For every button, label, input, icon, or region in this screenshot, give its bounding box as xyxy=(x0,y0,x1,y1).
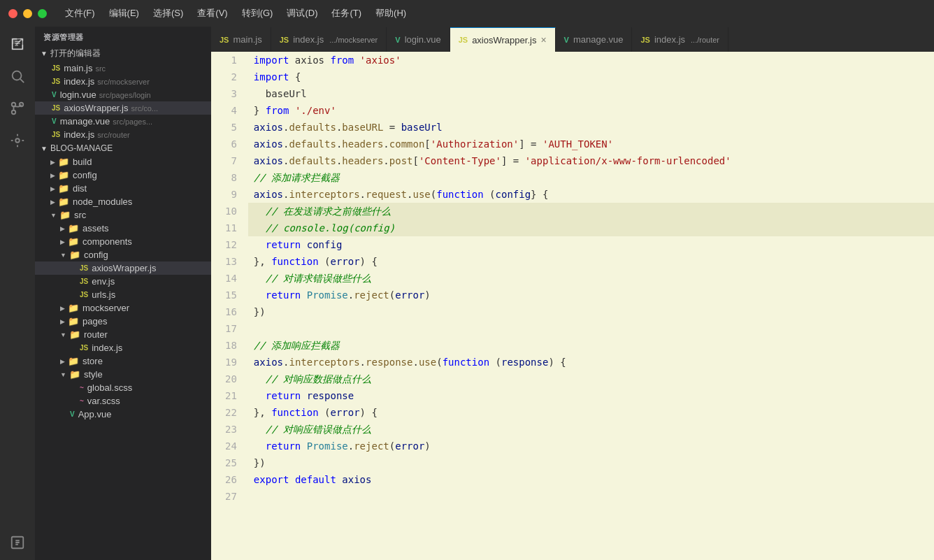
line-number: 5 xyxy=(225,119,237,136)
code-line: export default axios xyxy=(248,471,934,488)
minimize-button[interactable] xyxy=(23,9,32,18)
open-files-list: JS main.js src JS index.js src/mockserve… xyxy=(35,62,211,141)
editor-content[interactable]: 1234567891011121314151617181920212223242… xyxy=(211,52,934,560)
chevron-open-editors: ▼ xyxy=(41,50,48,57)
search-icon[interactable] xyxy=(6,64,29,88)
menu-item[interactable]: 帮助(H) xyxy=(370,6,412,21)
code-line: return Promise.reject(error) xyxy=(248,438,934,454)
menu-item[interactable]: 选择(S) xyxy=(148,6,189,21)
folder-item[interactable]: ▶ 📁 components xyxy=(35,235,211,248)
token-kw: import xyxy=(254,52,289,69)
token-obj: axios xyxy=(342,471,371,488)
menu-item[interactable]: 编辑(E) xyxy=(103,6,145,21)
menu-item[interactable]: 转到(G) xyxy=(236,6,279,21)
open-file-item[interactable]: V login.vue src/pages/login xyxy=(35,88,211,101)
file-label: manage.vue xyxy=(60,116,110,127)
open-editors-section[interactable]: ▼ 打开的编辑器 xyxy=(35,45,211,62)
code-line: baseUrl xyxy=(248,85,934,102)
folder-item[interactable]: ▶ 📁 pages xyxy=(35,315,211,328)
tab-axios[interactable]: JS axiosWrapper.js × xyxy=(450,27,556,52)
tab-login[interactable]: V login.vue xyxy=(387,27,450,52)
folder-item[interactable]: ▶ 📁 config xyxy=(35,168,211,182)
folder-label: style xyxy=(84,369,103,380)
explorer-icon[interactable] xyxy=(6,32,29,56)
token-bracket: } xyxy=(254,404,259,421)
token-comment: // console.log(config) xyxy=(254,220,395,236)
close-button[interactable] xyxy=(8,9,17,18)
file-label: index.js xyxy=(64,76,94,87)
line-number: 13 xyxy=(225,253,237,270)
source-control-icon[interactable] xyxy=(6,96,29,120)
folder-item[interactable]: ▶ 📁 store xyxy=(35,354,211,368)
line-number: 15 xyxy=(225,287,237,303)
file-item[interactable]: JS urls.js xyxy=(35,288,211,301)
token-bracket: } xyxy=(254,102,259,119)
folder-item[interactable]: ▶ 📁 node_modules xyxy=(35,195,211,208)
folder-item[interactable]: ▶ 📁 assets xyxy=(35,222,211,235)
file-label: env.js xyxy=(92,276,115,287)
open-file-item[interactable]: JS axiosWrapper.js src/co... xyxy=(35,101,211,115)
menu-item[interactable]: 查看(V) xyxy=(192,6,233,21)
svg-point-2 xyxy=(13,71,22,80)
token-param: config xyxy=(496,186,531,203)
token-prop: interceptors xyxy=(289,354,359,371)
token-method: request xyxy=(366,186,407,203)
folder-item[interactable]: ▶ 📁 mockserver xyxy=(35,301,211,315)
project-section[interactable]: ▼ BLOG-MANAGE xyxy=(35,141,211,155)
tab-index-mock[interactable]: JS index.js .../mockserver xyxy=(271,27,387,52)
file-label: App.vue xyxy=(78,409,112,419)
folder-item[interactable]: ▼ 📁 router xyxy=(35,328,211,341)
line-number: 25 xyxy=(225,454,237,471)
token-prop: defaults xyxy=(289,152,336,169)
folder-item[interactable]: ▼ 📁 style xyxy=(35,368,211,381)
tab-label: main.js xyxy=(233,34,261,45)
file-item[interactable]: JS env.js xyxy=(35,275,211,288)
token-str: 'axios' xyxy=(360,52,401,69)
folder-item[interactable]: ▼ 📁 config xyxy=(35,248,211,261)
folder-label: assets xyxy=(82,223,109,234)
file-item[interactable]: ~ var.scss xyxy=(35,394,211,408)
folder-item[interactable]: ▼ 📁 src xyxy=(35,208,211,222)
folder-item[interactable]: ▶ 📁 build xyxy=(35,155,211,168)
tab-manage[interactable]: V manage.vue xyxy=(556,27,633,52)
file-item[interactable]: V App.vue xyxy=(35,408,211,421)
token-obj: axios xyxy=(254,119,283,136)
file-label: axiosWrapper.js xyxy=(64,103,128,113)
folder-label: config xyxy=(73,170,97,180)
tab-close-icon[interactable]: × xyxy=(540,34,546,45)
tab-index-router[interactable]: JS index.js .../router xyxy=(632,27,728,52)
token-str: 'application/x-www-form-urlencoded' xyxy=(525,152,731,169)
token-kw: function xyxy=(271,404,318,421)
token-kw: return xyxy=(266,236,301,253)
code-line: }, function (error) { xyxy=(248,253,934,270)
menu-item[interactable]: 文件(F) xyxy=(59,6,101,21)
file-item[interactable]: ~ global.scss xyxy=(35,381,211,394)
open-file-item[interactable]: JS index.js src/mockserver xyxy=(35,75,211,88)
file-item[interactable]: JS axiosWrapper.js xyxy=(35,261,211,275)
code-line: // 对响应错误做点什么 xyxy=(248,421,934,438)
open-file-item[interactable]: V manage.vue src/pages... xyxy=(35,115,211,128)
extensions-icon[interactable] xyxy=(6,129,29,152)
open-file-item[interactable]: JS index.js src/router xyxy=(35,128,211,141)
debug-icon[interactable] xyxy=(6,531,29,554)
token-plain xyxy=(289,69,294,85)
token-kw: from xyxy=(330,52,354,69)
open-file-item[interactable]: JS main.js src xyxy=(35,62,211,75)
maximize-button[interactable] xyxy=(38,9,47,18)
token-plain xyxy=(301,438,306,454)
tab-main[interactable]: JS main.js xyxy=(211,27,271,52)
folder-item[interactable]: ▶ 📁 dist xyxy=(35,182,211,195)
menu-item[interactable]: 任务(T) xyxy=(326,6,367,21)
token-param: response xyxy=(307,387,354,404)
token-plain xyxy=(354,52,359,69)
menu-item[interactable]: 调试(D) xyxy=(281,6,323,21)
token-method: use xyxy=(413,186,431,203)
token-plain: [ xyxy=(413,152,419,169)
token-plain: . xyxy=(283,152,289,169)
token-plain xyxy=(301,387,306,404)
token-plain: . xyxy=(283,119,289,136)
file-item[interactable]: JS index.js xyxy=(35,341,211,354)
token-prop: post xyxy=(389,152,413,169)
token-kw: from xyxy=(266,102,289,119)
line-number: 3 xyxy=(225,85,237,102)
